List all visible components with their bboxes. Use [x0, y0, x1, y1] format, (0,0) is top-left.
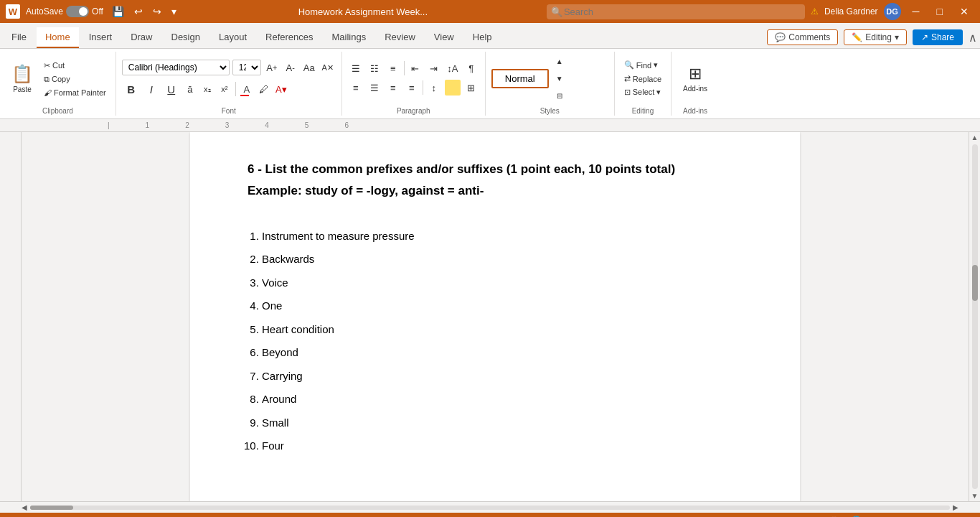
paragraph-group: ☰ ☷ ≡ ⇤ ⇥ ↕A ¶ ≡ ☰ ≡ ≡ ↕ ⊞ Paragraph: [342, 52, 486, 116]
list-item: Voice: [262, 275, 743, 292]
shading-button[interactable]: [445, 80, 461, 96]
show-formatting-button[interactable]: ¶: [463, 60, 479, 76]
underline-button[interactable]: U: [162, 80, 181, 98]
italic-button[interactable]: I: [142, 80, 161, 98]
font-color-button[interactable]: A▾: [273, 81, 289, 97]
cut-icon: ✂: [44, 61, 50, 70]
ribbon-collapse-button[interactable]: ∧: [969, 31, 977, 45]
tab-insert[interactable]: Insert: [80, 27, 121, 48]
grow-font-button[interactable]: A+: [264, 60, 280, 75]
find-button[interactable]: 🔍 Find ▾: [621, 59, 665, 71]
autosave-toggle[interactable]: [66, 6, 89, 17]
share-button[interactable]: ↗ Share: [913, 29, 963, 45]
format-painter-button[interactable]: 🖌 Format Painter: [40, 87, 110, 98]
change-case-button[interactable]: Aа: [301, 60, 317, 75]
scroll-right-arrow[interactable]: ▶: [953, 503, 958, 511]
restore-button[interactable]: □: [931, 4, 948, 19]
chevron-down-icon: ▾: [654, 60, 658, 70]
scroll-track[interactable]: [972, 144, 978, 489]
chevron-down-icon: ▾: [895, 32, 899, 42]
list-item: Backwards: [262, 251, 743, 268]
scroll-up-arrow[interactable]: ▲: [970, 132, 980, 143]
styles-scroll-up[interactable]: ▲: [552, 54, 567, 70]
editing-group: 🔍 Find ▾ ⇄ Replace ⊡ Select ▾ Editing: [615, 52, 672, 116]
ruler: | 1 2 3 4 5 6: [0, 119, 980, 132]
cut-button[interactable]: ✂ Cut: [40, 60, 110, 72]
increase-indent-button[interactable]: ⇥: [426, 60, 442, 76]
vertical-scrollbar[interactable]: ▲ ▼: [969, 132, 980, 501]
align-right-button[interactable]: ≡: [385, 80, 401, 96]
border-button[interactable]: ⊞: [463, 80, 479, 96]
numbering-button[interactable]: ☷: [367, 60, 382, 76]
styles-scroll-down[interactable]: ▼: [552, 71, 567, 87]
replace-button[interactable]: ⇄ Replace: [621, 73, 665, 85]
decrease-indent-button[interactable]: ⇤: [407, 60, 423, 76]
document-scroll-area[interactable]: 6 - List the common prefixes and/or suff…: [22, 132, 969, 501]
list-item: Beyond: [262, 345, 743, 361]
addins-label: Add-ins: [683, 106, 707, 116]
highlight-button[interactable]: 🖊: [256, 81, 272, 97]
horizontal-thumb[interactable]: [30, 506, 73, 510]
line-spacing-button[interactable]: ↕: [426, 80, 442, 96]
text-color-button[interactable]: A: [239, 81, 255, 97]
strikethrough-button[interactable]: ā: [182, 81, 198, 97]
app-logo: W: [6, 4, 20, 19]
tab-layout[interactable]: Layout: [210, 27, 255, 48]
tab-home[interactable]: Home: [37, 27, 79, 48]
font-name-select[interactable]: Calibri (Headings): [122, 60, 230, 75]
editing-mode-button[interactable]: ✏️ Editing ▾: [844, 29, 907, 45]
multilevel-list-button[interactable]: ≡: [385, 60, 401, 76]
save-icon[interactable]: 💾: [109, 4, 127, 19]
redo-icon[interactable]: ↪: [150, 4, 164, 19]
addins-group: ⊞ Add-ins Add-ins: [672, 52, 719, 116]
tab-design[interactable]: Design: [163, 27, 209, 48]
tab-file[interactable]: File: [3, 27, 35, 48]
addins-button[interactable]: ⊞ Add-ins: [677, 62, 713, 96]
scroll-thumb[interactable]: [972, 265, 978, 301]
search-input[interactable]: [547, 4, 805, 19]
justify-button[interactable]: ≡: [404, 80, 420, 96]
addins-icon: ⊞: [689, 65, 702, 83]
sort-button[interactable]: ↕A: [445, 60, 461, 76]
superscript-button[interactable]: x²: [217, 81, 232, 97]
styles-expand[interactable]: ⊟: [552, 88, 567, 104]
avatar[interactable]: DG: [884, 3, 901, 20]
tab-references[interactable]: References: [257, 27, 321, 48]
shrink-font-button[interactable]: A-: [283, 60, 298, 75]
copy-button[interactable]: ⧉ Copy: [40, 73, 110, 85]
clear-formatting-button[interactable]: A✕: [320, 60, 336, 75]
minimize-button[interactable]: ─: [907, 4, 925, 19]
document-list: Instrument to measure pressure Backwards…: [262, 228, 743, 455]
bold-button[interactable]: B: [122, 80, 141, 98]
tab-mailings[interactable]: Mailings: [324, 27, 375, 48]
bottom-area: ◀ ▶ Page 2 of 3 300 words ✓ Accessibilit…: [0, 501, 980, 517]
scroll-down-arrow[interactable]: ▼: [970, 490, 980, 501]
horizontal-track[interactable]: [30, 506, 950, 510]
select-button[interactable]: ⊡ Select ▾: [621, 86, 665, 98]
close-button[interactable]: ✕: [954, 4, 974, 19]
left-ruler: [0, 132, 22, 501]
tab-review[interactable]: Review: [376, 27, 424, 48]
styles-label: Styles: [540, 106, 560, 116]
subscript-button[interactable]: x₂: [199, 81, 215, 97]
paste-button[interactable]: 📋 Paste: [6, 61, 39, 96]
list-item: Small: [262, 415, 743, 432]
warning-icon: ⚠: [811, 6, 819, 17]
ribbon-content: 📋 Paste ✂ Cut ⧉ Copy 🖌 Format Painter: [0, 49, 980, 119]
customize-icon[interactable]: ▾: [169, 4, 179, 19]
comments-button[interactable]: 💬 Comments: [767, 29, 838, 45]
select-icon: ⊡: [624, 88, 631, 97]
align-left-button[interactable]: ≡: [348, 80, 364, 96]
scroll-left-arrow[interactable]: ◀: [22, 503, 27, 511]
tab-help[interactable]: Help: [464, 27, 501, 48]
tab-draw[interactable]: Draw: [122, 27, 161, 48]
normal-style-button[interactable]: Normal: [491, 69, 549, 88]
bullets-button[interactable]: ☰: [348, 60, 364, 76]
tab-view[interactable]: View: [425, 27, 463, 48]
horizontal-scrollbar[interactable]: ◀ ▶: [0, 501, 980, 513]
align-center-button[interactable]: ☰: [367, 80, 382, 96]
undo-icon[interactable]: ↩: [131, 4, 146, 19]
comments-icon: 💬: [775, 32, 786, 42]
styles-scroll-area: Normal ▲ ▼ ⊟: [491, 52, 567, 106]
font-size-select[interactable]: 12: [232, 60, 261, 75]
